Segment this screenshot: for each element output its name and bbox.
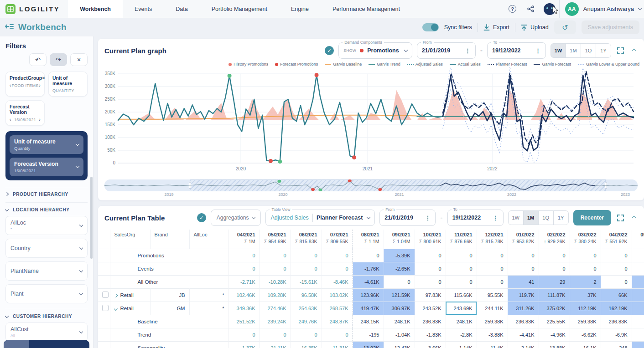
month-column-header[interactable]: 03/2022Σ380.24K (570, 230, 601, 249)
selected-filter-forecast-version[interactable]: Forecast Version16/08/2021 (10, 158, 83, 176)
table-cell[interactable]: 225.55K (539, 315, 570, 328)
legend-item-garvis-lower-upper-bound[interactable]: Garvis Lower & Upper Bound (578, 62, 639, 67)
table-cell[interactable]: 0 (539, 249, 570, 262)
table-cell[interactable]: -11.4K (477, 341, 508, 348)
month-column-header[interactable]: 07/2021Σ809.55K (322, 230, 353, 249)
table-cell[interactable]: 419.47K (353, 302, 384, 315)
table-cell[interactable]: 0 (601, 262, 632, 275)
table-cell[interactable]: -4.61K (353, 275, 384, 288)
table-cell[interactable] (632, 328, 644, 341)
month-column-header[interactable]: 01/2022Σ953.82K (508, 230, 539, 249)
range-button-1y[interactable]: 1Y (553, 210, 569, 225)
graph-from-date-field[interactable]: From 21/01/2019 ⋮ (417, 42, 476, 59)
table-cell[interactable]: 0 (415, 249, 446, 262)
table-cell[interactable]: 244.11K (477, 302, 508, 315)
table-cell[interactable]: 239.24K (260, 315, 291, 328)
fullscreen-icon[interactable] (616, 215, 625, 221)
kebab-icon[interactable]: ⋮ (535, 47, 541, 54)
range-button-1w[interactable]: 1W (551, 43, 566, 58)
table-cell[interactable]: 41 (508, 275, 539, 288)
help-icon[interactable]: ? (507, 4, 518, 15)
table-cell[interactable]: 0 (322, 249, 353, 262)
selected-filter-unit-of-measure[interactable]: Unit of measureQuantity (10, 135, 83, 154)
table-cell[interactable]: 236.83K (508, 315, 539, 328)
table-cell[interactable]: 248.87K (322, 315, 353, 328)
table-cell[interactable]: 109.28K (260, 288, 291, 302)
table-cell[interactable]: 268.57K (322, 302, 353, 315)
month-column-header[interactable]: 11/2021Σ876.66K (446, 230, 477, 249)
chart-overview-strip[interactable] (104, 179, 638, 191)
table-cell[interactable]: 119.7K (508, 288, 539, 302)
table-cell[interactable]: 66K (601, 288, 632, 302)
table-cell[interactable]: -6.9K (601, 328, 632, 341)
table-cell[interactable]: 95.55K (477, 288, 508, 302)
month-column-header[interactable]: 09/2021Σ1.04M (384, 230, 415, 249)
legend-item-adjusted-sales[interactable]: Adjusted Sales (407, 62, 443, 67)
filter-chip-forecast-version[interactable]: Forecast Version‹16/08/2021› (5, 100, 45, 126)
range-button-1q[interactable]: 1Q (538, 210, 554, 225)
table-cell[interactable]: -12.43K (384, 341, 415, 348)
table-cell[interactable]: 375.02K (539, 302, 570, 315)
table-cell[interactable]: 248.1K (384, 315, 415, 328)
kebab-icon[interactable]: ⋮ (465, 47, 471, 54)
legend-item-garvis-forecast[interactable]: Garvis Forecast (534, 62, 571, 67)
month-column-header[interactable]: 04/2022Σ551.92K (601, 230, 632, 249)
row-checkbox[interactable] (102, 305, 109, 311)
table-cell[interactable]: -1.83K (415, 328, 446, 341)
table-cell[interactable]: 259.38K (570, 315, 601, 328)
table-cell[interactable]: 13.92K (353, 341, 384, 348)
table-cell[interactable]: -16.1K (570, 341, 601, 348)
table-cell[interactable]: 0 (446, 262, 477, 275)
table-cell[interactable]: 259.38K (477, 315, 508, 328)
table-cell[interactable]: 13.88K (539, 341, 570, 348)
prev-icon[interactable]: ‹ (10, 117, 11, 122)
table-cell[interactable]: 0 (570, 262, 601, 275)
table-cell[interactable]: 37K (570, 288, 601, 302)
table-cell[interactable]: 162.19K (601, 302, 632, 315)
table-cell[interactable] (632, 262, 644, 275)
table-cell[interactable]: 12 (632, 288, 644, 302)
share-icon[interactable] (525, 4, 536, 15)
table-from-date-field[interactable]: From 21/01/2019 ⋮ (379, 210, 436, 226)
table-cell[interactable]: 0 (260, 262, 291, 275)
table-cell[interactable]: 21.11K (260, 341, 291, 348)
table-cell[interactable]: 0 (601, 275, 632, 288)
table-cell[interactable]: -8.46K (322, 275, 353, 288)
table-cell[interactable]: 349.36K (229, 302, 260, 315)
table-cell[interactable]: 248 (601, 341, 632, 348)
table-cell[interactable]: 16.35K (291, 341, 322, 348)
table-cell[interactable]: 306.97K (384, 302, 415, 315)
table-cell[interactable]: 0 (446, 249, 477, 262)
table-cell[interactable]: -3.88K (477, 328, 508, 341)
tab-engine[interactable]: Engine (279, 0, 321, 18)
table-cell[interactable]: -6.62K (570, 328, 601, 341)
table-cell[interactable]: 0 (353, 249, 384, 262)
filter-chip-productgroup[interactable]: ProductGroup×‹FOOD ITEMS› (5, 72, 45, 97)
legend-item-garvis-baseline[interactable]: Garvis Baseline (325, 62, 362, 67)
next-icon[interactable]: › (39, 83, 41, 88)
table-cell[interactable]: 112.19K (570, 302, 601, 315)
column-header-brand[interactable]: Brand (150, 230, 189, 249)
table-cell[interactable]: 121.59K (384, 288, 415, 302)
aggregations-button[interactable]: Aggregations (211, 210, 261, 226)
current-plan-chart[interactable]: 350K300K250K200K150K100K50K0202020212022 (98, 67, 639, 176)
table-cell[interactable]: -2.65K (384, 262, 415, 275)
table-cell[interactable]: 0 (570, 249, 601, 262)
table-cell[interactable]: 96.58K (291, 288, 322, 302)
collapse-panel-icon[interactable] (629, 49, 639, 52)
table-cell[interactable]: 1.14K (446, 341, 477, 348)
table-cell[interactable]: 251.52K (229, 315, 260, 328)
section-header[interactable]: CUSTOMER HIERARCHY (5, 314, 88, 319)
table-cell[interactable]: 0 (291, 249, 322, 262)
table-cell[interactable]: -2.14K (508, 341, 539, 348)
table-cell[interactable]: -195 (353, 328, 384, 341)
table-to-date-field[interactable]: To 19/12/2022 ⋮ (447, 210, 504, 226)
table-cell[interactable]: 0 (384, 275, 415, 288)
next-icon[interactable]: › (39, 117, 41, 122)
filter-chip-unit-of-measure[interactable]: Unit of measureQUANTITY (48, 72, 88, 97)
sidebar-scrollbar[interactable] (90, 177, 93, 259)
range-button-1m[interactable]: 1M (523, 210, 539, 225)
month-column-header[interactable]: 05/2022Σ1 (632, 230, 644, 249)
month-column-header[interactable]: 12/2021Σ815.78K (477, 230, 508, 249)
section-header[interactable]: LOCATION HIERARCHY (5, 207, 88, 212)
